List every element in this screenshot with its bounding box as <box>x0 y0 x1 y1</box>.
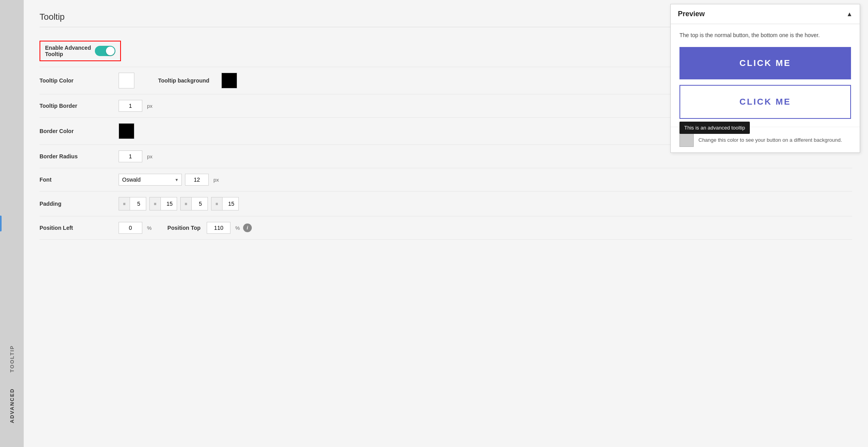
preview-body: The top is the normal button, the bottom… <box>671 24 860 127</box>
tooltip-border-control: px <box>119 100 153 112</box>
border-radius-unit: px <box>147 154 153 160</box>
padding-item-2: ≡ <box>149 197 177 210</box>
padding-right-input[interactable] <box>162 198 177 209</box>
font-select-wrapper: Oswald Arial Helvetica Georgia ▼ <box>119 174 182 186</box>
position-top-label: Position Top <box>168 225 201 231</box>
tooltip-color-label: Tooltip Color <box>40 77 119 84</box>
border-color-swatch[interactable] <box>119 123 134 139</box>
sidebar-active-indicator <box>0 216 2 231</box>
font-label: Font <box>40 177 119 183</box>
enable-advanced-label: Enable AdvancedTooltip <box>45 45 91 57</box>
sidebar-tab-tooltip[interactable]: TOOLTIP <box>5 337 19 380</box>
tooltip-border-unit: px <box>147 103 153 109</box>
border-color-control <box>119 123 134 139</box>
padding-label: Padding <box>40 201 119 207</box>
preview-footer-text: Change this color to see your button on … <box>698 137 842 143</box>
preview-description: The top is the normal button, the bottom… <box>679 32 851 38</box>
border-radius-control: px <box>119 150 153 162</box>
preview-header: Preview ▲ <box>671 4 860 24</box>
tooltip-bg-control <box>221 73 237 88</box>
padding-left-icon: ≡ <box>211 197 223 210</box>
padding-top-icon: ≡ <box>119 197 130 210</box>
padding-item-4: ≡ <box>211 197 239 210</box>
toggle-knob <box>106 47 115 55</box>
enable-advanced-toggle-wrapper: Enable AdvancedTooltip <box>40 41 121 61</box>
enable-advanced-toggle[interactable] <box>95 46 115 56</box>
padding-bottom-icon: ≡ <box>181 197 192 210</box>
main-content: Tooltip Enable AdvancedTooltip Tooltip C… <box>24 0 868 447</box>
padding-top-input[interactable] <box>132 198 146 209</box>
font-control: Oswald Arial Helvetica Georgia ▼ px <box>119 174 219 186</box>
sidebar-tab-advanced[interactable]: ADVANCED <box>5 380 19 431</box>
preview-bg-color-swatch[interactable] <box>679 133 694 147</box>
position-row: Position Left % Position Top % i <box>40 216 852 240</box>
padding-row: Padding ≡ ≡ ≡ ≡ <box>40 192 852 216</box>
padding-bottom-input[interactable] <box>193 198 208 209</box>
tooltip-border-input[interactable] <box>119 100 142 112</box>
border-radius-input[interactable] <box>119 150 142 162</box>
preview-collapse-icon[interactable]: ▲ <box>846 11 853 18</box>
padding-right-icon: ≡ <box>150 197 161 210</box>
preview-title: Preview <box>678 10 705 18</box>
position-left-label: Position Left <box>40 225 119 231</box>
tooltip-color-swatch[interactable] <box>119 73 134 88</box>
tooltip-color-control <box>119 73 134 88</box>
border-color-label: Border Color <box>40 128 119 134</box>
tooltip-bg-swatch[interactable] <box>221 73 237 88</box>
font-select[interactable]: Oswald Arial Helvetica Georgia <box>119 174 182 186</box>
font-size-input[interactable] <box>185 174 209 186</box>
preview-normal-button[interactable]: CLICK ME <box>679 47 851 79</box>
sidebar: TOOLTIP ADVANCED <box>0 0 24 447</box>
preview-hover-button[interactable]: CLICK ME <box>679 85 851 119</box>
padding-left-input[interactable] <box>224 198 238 209</box>
preview-panel: Preview ▲ The top is the normal button, … <box>670 4 860 153</box>
position-top-unit: % <box>235 225 240 231</box>
border-radius-label: Border Radius <box>40 153 119 160</box>
padding-item-1: ≡ <box>119 197 146 210</box>
tooltip-popup: This is an advanced tooltip <box>679 122 750 134</box>
font-size-unit: px <box>213 177 219 183</box>
position-left-control: % <box>119 222 152 234</box>
position-left-unit: % <box>147 225 152 231</box>
font-row: Font Oswald Arial Helvetica Georgia ▼ px <box>40 168 852 192</box>
tooltip-bg-label: Tooltip background <box>158 77 221 84</box>
position-top-info-icon[interactable]: i <box>243 223 252 232</box>
tooltip-border-label: Tooltip Border <box>40 103 119 109</box>
position-top-input[interactable] <box>207 222 230 234</box>
padding-item-3: ≡ <box>180 197 208 210</box>
padding-group: ≡ ≡ ≡ ≡ <box>119 197 239 210</box>
position-left-input[interactable] <box>119 222 142 234</box>
